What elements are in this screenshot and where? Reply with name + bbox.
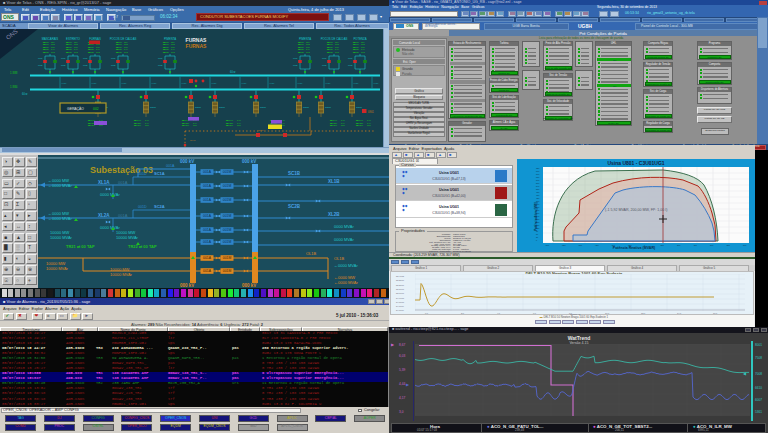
svg-text:0021: 0021 (298, 82, 304, 84)
svg-text:10000 MVAr: 10000 MVAr (110, 272, 133, 277)
svg-text:0021: 0021 (242, 82, 248, 84)
svg-text:▬1270: ▬1270 (356, 124, 364, 126)
svg-text:60 w: 60 w (230, 70, 236, 74)
svg-text:0000 MVAr: 0000 MVAr (100, 192, 120, 197)
svg-text:0021: 0021 (354, 82, 360, 84)
svg-text:001D: 001D (138, 205, 147, 209)
svg-text:(-1 5,92 MVAR, 200,00 MW, FP:: (-1 5,92 MVAR, 200,00 MW, FP: 1,00 I) (605, 208, 667, 212)
svg-text:XL2B: XL2B (328, 212, 340, 217)
svg-text:FURNAS: FURNAS (186, 43, 207, 49)
svg-text:MASCARAIS: MASCARAIS (42, 37, 59, 41)
svg-text:001M: 001M (223, 228, 232, 232)
svg-text:001A: 001A (203, 228, 212, 232)
svg-text:▬238: ▬238 (66, 51, 73, 53)
svg-text:10000 MVAr: 10000 MVAr (116, 235, 139, 240)
svg-text:SC1B: SC1B (288, 171, 301, 176)
svg-text:001D: 001D (138, 172, 147, 176)
svg-text:TR01: TR01 (150, 106, 157, 109)
svg-text:0021: 0021 (152, 82, 158, 84)
svg-text:1 884: 1 884 (10, 85, 18, 89)
svg-text:001A: 001A (203, 269, 212, 273)
svg-text:0940: 0940 (190, 139, 196, 142)
svg-text:0946: 0946 (258, 129, 264, 132)
svg-text:▬1270: ▬1270 (226, 124, 234, 126)
svg-text:XL1B: XL1B (328, 179, 340, 184)
svg-text:TR01: TR01 (219, 106, 226, 109)
svg-text:001A: 001A (203, 198, 212, 202)
svg-text:001M: 001M (223, 214, 232, 218)
svg-text:10000 MVAr: 10000 MVAr (46, 266, 69, 271)
svg-text:▬238: ▬238 (327, 51, 334, 53)
svg-text:TR21 ⇄ 00 TAP: TR21 ⇄ 00 TAP (66, 244, 95, 249)
svg-text:0021: 0021 (182, 82, 188, 84)
svg-text:▬238: ▬238 (353, 51, 360, 53)
svg-text:1 888: 1 888 (10, 71, 18, 75)
svg-text:60 w: 60 w (22, 92, 28, 96)
svg-text:▬238: ▬238 (116, 51, 123, 53)
svg-text:OL1B: OL1B (334, 256, 345, 261)
svg-text:▬1270: ▬1270 (330, 124, 338, 126)
svg-text:001A: 001A (118, 180, 128, 185)
svg-text:TR01: TR01 (356, 106, 363, 109)
svg-text:←0000 MVAr: ←0000 MVAr (334, 263, 358, 268)
svg-text:001A: 001A (203, 170, 212, 174)
svg-text:←0000 MVAr: ←0000 MVAr (48, 183, 72, 188)
svg-text:POCOS DE CALDAS: POCOS DE CALDAS (321, 37, 348, 41)
svg-text:▬238: ▬238 (298, 51, 305, 53)
svg-text:←0000 MVAr: ←0000 MVAr (48, 216, 72, 221)
svg-text:001A: 001A (203, 184, 212, 188)
svg-text:▬238: ▬238 (43, 51, 50, 53)
svg-text:001M: 001M (223, 240, 232, 244)
svg-text:OL1B: OL1B (306, 251, 317, 256)
svg-text:POCOS DE CALDAS: POCOS DE CALDAS (110, 37, 137, 41)
svg-text:000 kV: 000 kV (242, 159, 256, 164)
svg-text:10000 MVAr: 10000 MVAr (50, 235, 73, 240)
svg-text:PIMENTA: PIMENTA (299, 37, 311, 41)
svg-text:002: 002 (93, 107, 99, 111)
svg-text:0021: 0021 (326, 82, 332, 84)
svg-text:001A: 001A (203, 214, 212, 218)
svg-text:ESTREITO: ESTREITO (66, 37, 81, 41)
svg-text:001A: 001A (166, 164, 175, 168)
svg-text:001M: 001M (223, 198, 232, 202)
svg-text:▬1270: ▬1270 (134, 124, 142, 126)
svg-text:PIMENTA: PIMENTA (164, 37, 176, 41)
svg-text:0021: 0021 (374, 82, 380, 84)
svg-text:001M: 001M (223, 256, 232, 260)
svg-text:XL2A: XL2A (98, 213, 110, 218)
svg-text:001A: 001A (203, 240, 212, 244)
svg-text:0000 MVAr: 0000 MVAr (334, 224, 354, 229)
svg-text:0021: 0021 (122, 82, 128, 84)
svg-text:XL1A: XL1A (98, 180, 110, 185)
svg-text:TR22 ⇄ 00 TAP: TR22 ⇄ 00 TAP (128, 244, 157, 249)
svg-text:▬1270: ▬1270 (182, 124, 190, 126)
svg-text:001A: 001A (203, 256, 212, 260)
svg-text:SC1A: SC1A (154, 171, 165, 176)
svg-text:0901: 0901 (368, 110, 374, 114)
svg-text:SC2A: SC2A (154, 204, 165, 209)
svg-text:POTENZA: POTENZA (353, 37, 366, 41)
svg-text:0021: 0021 (62, 82, 68, 84)
svg-text:001M: 001M (223, 184, 232, 188)
svg-text:0021: 0021 (270, 82, 276, 84)
svg-text:TR01: TR01 (260, 106, 267, 109)
svg-text:SC2B: SC2B (288, 204, 301, 209)
svg-text:FURNAS: FURNAS (89, 37, 101, 41)
svg-text:0021: 0021 (92, 82, 98, 84)
svg-text:001A: 001A (118, 213, 128, 218)
svg-text:000 kV: 000 kV (180, 159, 194, 164)
svg-text:0021: 0021 (212, 82, 218, 84)
svg-text:←0000 MVAr: ←0000 MVAr (334, 280, 358, 285)
svg-text:TR01: TR01 (303, 106, 310, 109)
svg-text:▬238: ▬238 (88, 51, 95, 53)
svg-text:GERAÇÃO: GERAÇÃO (67, 106, 84, 111)
svg-text:TR01: TR01 (325, 106, 332, 109)
svg-text:001M: 001M (223, 269, 232, 273)
svg-text:TR01: TR01 (195, 106, 202, 109)
svg-text:001M: 001M (223, 170, 232, 174)
svg-text:▬238: ▬238 (163, 51, 170, 53)
svg-text:0000 MVAr: 0000 MVAr (334, 237, 354, 242)
